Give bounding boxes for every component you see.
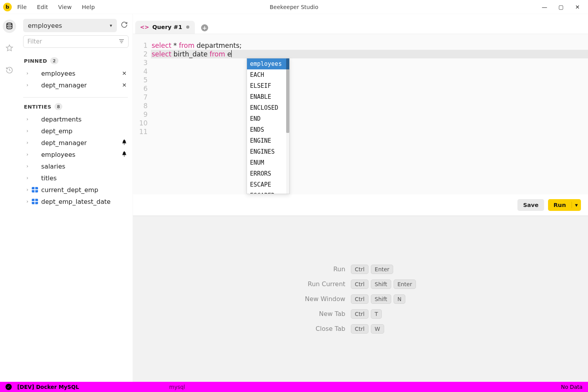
refresh-icon[interactable]: [120, 21, 129, 30]
table-icon: [32, 116, 38, 122]
chevron-right-icon: ›: [25, 82, 30, 88]
scrollbar[interactable]: [286, 58, 289, 194]
menu-file[interactable]: File: [17, 4, 27, 10]
new-tab-button[interactable]: +: [201, 24, 208, 31]
app-logo: b: [3, 3, 12, 11]
window-maximize-icon[interactable]: ▢: [557, 4, 564, 10]
key: Shift: [371, 279, 391, 289]
shortcut-label: New Window: [305, 295, 345, 303]
key: N: [394, 294, 405, 304]
filter-placeholder: Filter: [27, 38, 42, 45]
rail-history-icon[interactable]: [3, 64, 16, 77]
key: Ctrl: [351, 294, 368, 304]
shortcut-label: New Tab: [305, 310, 345, 318]
editor-gutter: 1234567891011: [133, 41, 152, 194]
status-right: No Data: [561, 384, 583, 390]
table-icon: [32, 82, 38, 88]
entity-name: salaries: [41, 163, 65, 170]
entity-name: dept_emp: [41, 127, 73, 135]
autocomplete-item[interactable]: ENDS: [247, 124, 289, 135]
connection-status-icon: ✓: [5, 384, 12, 390]
pinned-item[interactable]: › employees ✕: [24, 67, 129, 79]
window-minimize-icon[interactable]: —: [541, 4, 548, 10]
entity-item[interactable]: › dept_emp_latest_date: [24, 196, 129, 207]
autocomplete-item[interactable]: ERRORS: [247, 168, 289, 179]
entity-name: departments: [41, 116, 82, 123]
save-button[interactable]: Save: [517, 199, 544, 211]
run-button-label: Run: [548, 202, 572, 208]
menu-bar: File Edit View Help: [17, 4, 95, 10]
autocomplete-item[interactable]: ENGINE: [247, 135, 289, 146]
unpin-icon[interactable]: ✕: [120, 70, 129, 76]
autocomplete-item[interactable]: END: [247, 113, 289, 124]
shortcut-keys: CtrlShiftEnter: [351, 279, 416, 289]
menu-edit[interactable]: Edit: [37, 4, 48, 10]
entity-name: dept_emp_latest_date: [41, 198, 111, 205]
key: Ctrl: [351, 309, 368, 319]
window-close-icon[interactable]: ✕: [574, 4, 581, 10]
shortcut-keys: CtrlT: [351, 309, 416, 319]
menu-help[interactable]: Help: [82, 4, 95, 10]
autocomplete-item[interactable]: ENCLOSED: [247, 102, 289, 113]
entity-name: employees: [41, 70, 75, 77]
tab-query-1[interactable]: <> Query #1: [135, 21, 195, 34]
autocomplete-item[interactable]: employees: [247, 58, 289, 69]
database-select-value: employees: [28, 22, 62, 29]
entity-item[interactable]: › dept_manager: [24, 137, 129, 149]
main-area: <> Query #1 + 1234567891011 select * fro…: [133, 14, 588, 382]
entity-item[interactable]: › dept_emp: [24, 125, 129, 137]
editor-footer: Save Run ▾: [133, 194, 588, 216]
chevron-right-icon: ›: [25, 71, 30, 76]
run-button[interactable]: Run ▾: [548, 199, 581, 211]
view-icon: [32, 199, 38, 204]
caret-down-icon: ▾: [110, 23, 112, 28]
rail-star-icon[interactable]: [3, 42, 16, 55]
autocomplete-item[interactable]: EACH: [247, 69, 289, 80]
filter-input[interactable]: Filter: [23, 35, 129, 48]
chevron-right-icon: ›: [25, 187, 30, 192]
shortcut-keys: CtrlW: [351, 324, 416, 334]
entity-name: titles: [41, 174, 57, 182]
pinned-section: PINNED 2 › employees ✕› dept_manager ✕: [18, 52, 132, 93]
autocomplete-item[interactable]: ENUM: [247, 157, 289, 168]
connection-name[interactable]: [DEV] Docker MySQL: [17, 384, 79, 390]
chevron-right-icon: ›: [25, 140, 30, 145]
shortcut-keys: CtrlEnter: [351, 265, 416, 274]
pinned-item[interactable]: › dept_manager ✕: [24, 79, 129, 91]
chevron-right-icon: ›: [25, 128, 30, 134]
autocomplete-item[interactable]: ENABLE: [247, 91, 289, 102]
shortcut-label: Run: [305, 265, 345, 273]
entity-item[interactable]: › titles: [24, 172, 129, 184]
pin-icon[interactable]: [120, 140, 129, 146]
key: Ctrl: [351, 324, 368, 334]
pinned-label: PINNED: [24, 58, 47, 64]
unpin-icon[interactable]: ✕: [120, 82, 129, 88]
tab-bar: <> Query #1 +: [133, 18, 588, 34]
table-icon: [32, 175, 38, 181]
key: Ctrl: [351, 279, 368, 289]
chevron-right-icon: ›: [25, 199, 30, 204]
key: W: [371, 324, 384, 334]
autocomplete-item[interactable]: ESCAPE: [247, 179, 289, 190]
sql-editor[interactable]: 1234567891011 select * from departments;…: [133, 34, 588, 194]
entity-item[interactable]: › current_dept_emp: [24, 184, 129, 196]
entity-item[interactable]: › employees: [24, 149, 129, 160]
pin-icon[interactable]: [120, 151, 129, 158]
entity-item[interactable]: › departments: [24, 113, 129, 125]
entity-item[interactable]: › salaries: [24, 160, 129, 172]
chevron-right-icon: ›: [25, 175, 30, 181]
menu-view[interactable]: View: [58, 4, 71, 10]
filter-settings-icon[interactable]: [119, 38, 124, 45]
autocomplete-item[interactable]: ELSEIF: [247, 80, 289, 91]
shortcut-keys: CtrlShiftN: [351, 294, 416, 304]
autocomplete-item[interactable]: ESCAPED: [247, 190, 289, 194]
autocomplete-item[interactable]: ENGINES: [247, 146, 289, 157]
rail-database-icon[interactable]: [3, 20, 16, 33]
database-select[interactable]: employees ▾: [23, 19, 117, 32]
run-dropdown-icon[interactable]: ▾: [572, 202, 581, 208]
table-icon: [32, 128, 38, 134]
key: Enter: [371, 265, 394, 274]
editor-code[interactable]: select * from departments;select birth_d…: [152, 41, 588, 194]
autocomplete-popup[interactable]: employeesEACHELSEIFENABLEENCLOSEDENDENDS…: [247, 58, 290, 194]
shortcut-hints: RunCtrlEnterRun CurrentCtrlShiftEnterNew…: [305, 265, 416, 334]
